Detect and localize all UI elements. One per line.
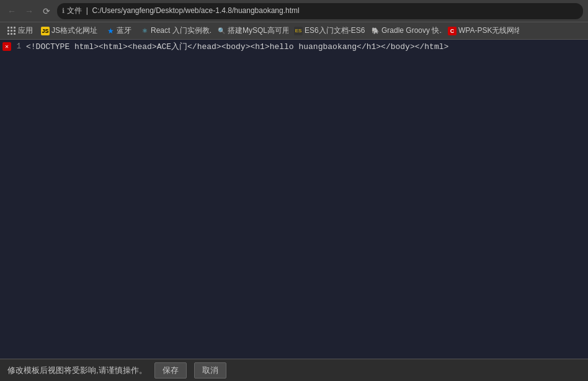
favicon-es6: ES bbox=[294, 27, 303, 35]
bookmark-es6[interactable]: ES ES6入门文档-ES6... bbox=[291, 24, 365, 37]
code-line-1: ✕ 1 <!DOCTYPE html><html><head>ACE入门</he… bbox=[0, 40, 588, 53]
secure-icon: ℹ bbox=[62, 7, 65, 15]
code-editor[interactable]: ✕ 1 <!DOCTYPE html><html><head>ACE入门</he… bbox=[0, 40, 588, 359]
favicon-bt: ★ bbox=[106, 27, 115, 35]
apps-label: 应用 bbox=[18, 25, 33, 36]
back-button[interactable]: ← bbox=[5, 4, 19, 18]
error-badge: ✕ bbox=[2, 42, 11, 51]
favicon-react: ⚛ bbox=[140, 27, 149, 35]
apps-button[interactable]: 应用 bbox=[5, 24, 35, 37]
favicon-wpa: C bbox=[448, 27, 457, 35]
bookmark-label: WPA-PSK无线网络... bbox=[458, 25, 519, 36]
code-content-1: <!DOCTYPE html><html><head>ACE入门</head><… bbox=[26, 41, 448, 52]
bookmark-label: JS格式化网址 bbox=[51, 25, 97, 36]
bookmark-gradle[interactable]: 🐘 Gradle Groovy 快... bbox=[368, 24, 442, 37]
forward-button[interactable]: → bbox=[22, 4, 36, 18]
bottom-message: 修改模板后视图将受影响,请谨慎操作。 bbox=[7, 365, 147, 376]
line-gutter-1: ✕ 1 bbox=[2, 42, 21, 51]
bookmark-label: 搭建MySQL高可用... bbox=[228, 25, 288, 36]
bookmark-wpa[interactable]: C WPA-PSK无线网络... bbox=[445, 24, 519, 37]
bookmark-react[interactable]: ⚛ React 入门实例教... bbox=[137, 24, 212, 37]
address-bar[interactable]: ℹ 文件 | C:/Users/yangfeng/Desktop/web/ace… bbox=[57, 3, 583, 19]
bookmark-label: Gradle Groovy 快... bbox=[381, 25, 442, 36]
bookmark-js-format[interactable]: JS JS格式化网址 bbox=[38, 24, 100, 37]
bookmark-label: ES6入门文档-ES6... bbox=[305, 25, 365, 36]
bottom-bar: 修改模板后视图将受影响,请谨慎操作。 保存 取消 bbox=[0, 359, 588, 381]
bookmark-label: 蓝牙 bbox=[117, 25, 131, 36]
cancel-button[interactable]: 取消 bbox=[194, 362, 226, 379]
favicon-js: JS bbox=[41, 27, 50, 35]
favicon-gradle: 🐘 bbox=[371, 27, 380, 35]
bookmark-mysql[interactable]: 🔍 搭建MySQL高可用... bbox=[214, 24, 288, 37]
editor-area[interactable]: ✕ 1 <!DOCTYPE html><html><head>ACE入门</he… bbox=[0, 40, 588, 359]
apps-grid-icon bbox=[7, 27, 16, 35]
bookmarks-bar: 应用 JS JS格式化网址 ★ 蓝牙 ⚛ React 入门实例教... 🔍 搭建… bbox=[0, 22, 588, 40]
save-button[interactable]: 保存 bbox=[154, 362, 187, 379]
favicon-mysql: 🔍 bbox=[217, 27, 226, 35]
browser-chrome: ← → ⟳ ℹ 文件 | C:/Users/yangfeng/Desktop/w… bbox=[0, 0, 588, 40]
bookmark-label: React 入门实例教... bbox=[151, 25, 212, 36]
reload-button[interactable]: ⟳ bbox=[40, 4, 53, 18]
line-number-1: 1 bbox=[11, 42, 21, 51]
address-text: 文件 | C:/Users/yangfeng/Desktop/web/ace-1… bbox=[67, 6, 578, 16]
browser-toolbar: ← → ⟳ ℹ 文件 | C:/Users/yangfeng/Desktop/w… bbox=[0, 0, 588, 22]
bookmark-bluetooth[interactable]: ★ 蓝牙 bbox=[103, 24, 135, 37]
